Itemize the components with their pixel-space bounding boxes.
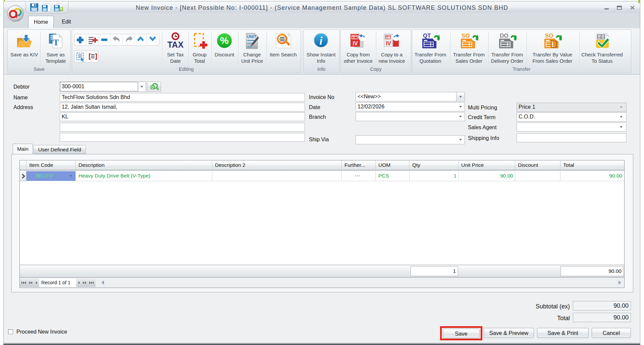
svg-text:%: %: [220, 35, 229, 46]
svg-text:SO: SO: [462, 33, 470, 39]
svg-text:i: i: [319, 35, 323, 47]
svg-text:UNIT: UNIT: [247, 35, 257, 39]
svg-text:SO: SO: [545, 33, 553, 39]
svg-text:QT: QT: [423, 33, 431, 39]
svg-text:TAX: TAX: [167, 40, 183, 49]
svg-text:T: T: [53, 38, 59, 47]
svg-text:DO: DO: [500, 33, 508, 39]
svg-text:IV: IV: [353, 41, 358, 46]
svg-text:D: D: [151, 85, 154, 89]
svg-text:IV: IV: [386, 41, 391, 46]
svg-text:Record 1 of 1: Record 1 of 1: [41, 280, 70, 285]
